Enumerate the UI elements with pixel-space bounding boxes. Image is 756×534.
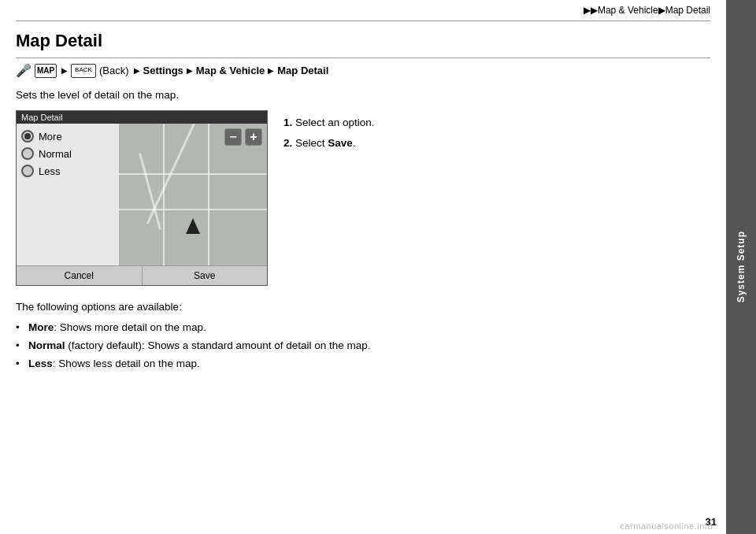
page-title: Map Detail [16,31,710,58]
option-normal[interactable]: Normal [21,147,114,160]
screen-map: − + [119,124,267,265]
sep2-normal: : [142,339,148,351]
page-description: Sets the level of detail on the map. [16,89,710,101]
screen-body: More Normal Less [17,124,267,265]
step-2-num: 2. [284,137,292,149]
term-normal: Normal [28,339,65,351]
nav-path: 🎤 MAP ▶ BACK (Back) ▶ Settings ▶ Map & V… [16,63,710,78]
step-2: 2. Select Save. [284,135,710,151]
nav-arrow-2: ▶ [134,66,140,75]
nav-map-vehicle: Map & Vehicle [196,65,265,76]
breadcrumb-bar: ▶▶Map & Vehicle▶Map Detail [16,0,710,21]
zoom-out-btn[interactable]: − [224,128,242,146]
radio-more[interactable] [21,130,34,143]
nav-arrow-1: ▶ [61,66,68,75]
nav-arrow-3: ▶ [187,66,193,75]
car-indicator [186,218,200,234]
term-less: Less [28,358,53,369]
list-item-normal: Normal (factory default): Shows a standa… [16,338,710,354]
back-icon: BACK [71,64,96,78]
desc-normal: Shows a standard amount of detail on the… [148,339,371,351]
zoom-in-btn[interactable]: + [245,128,262,146]
option-more[interactable]: More [21,130,114,143]
cancel-button[interactable]: Cancel [17,266,143,285]
option-less-label: Less [39,165,60,177]
screen-mockup: Map Detail More Normal Less [16,110,268,286]
save-button[interactable]: Save [143,266,268,285]
map-visual: − + [119,124,267,265]
mic-icon: 🎤 [16,63,32,78]
list-item-more: More: Shows more detail on the map. [16,320,710,336]
option-less[interactable]: Less [21,165,114,177]
radio-normal[interactable] [21,147,34,160]
list-item-less: Less: Shows less detail on the map. [16,356,710,372]
desc-less: Shows less detail on the map. [58,358,199,369]
screen-buttons: Cancel Save [17,265,267,285]
options-list: More: Shows more detail on the map. Norm… [16,320,710,373]
back-label: (Back) [99,65,129,76]
desc-more: Shows more detail on the map. [60,321,206,333]
nav-map-detail: Map Detail [277,65,328,76]
step-1-num: 1. [284,117,292,128]
watermark: carmanualsonline.info [620,521,713,531]
map-controls: − + [224,128,262,146]
step-1: 1. Select an option. [284,115,710,131]
step-1-text: Select an option. [295,117,375,128]
screen-options-panel: More Normal Less [17,124,119,265]
steps-area: 1. Select an option. 2. Select Save. [284,110,710,286]
nav-settings: Settings [143,65,183,76]
options-section: The following options are available: Mor… [16,299,710,373]
sep-more: : [54,321,60,333]
right-sidebar: System Setup [726,0,756,534]
options-intro: The following options are available: [16,299,710,317]
term-more: More [28,321,54,333]
sidebar-label: System Setup [736,231,747,302]
option-normal-label: Normal [39,148,72,160]
step-2-text: Select Save. [295,137,356,149]
option-more-label: More [39,131,62,143]
extra-normal: (factory default) [68,339,142,351]
breadcrumb-text: ▶▶Map & Vehicle▶Map Detail [584,5,710,16]
map-icon: MAP [35,64,57,78]
radio-less[interactable] [21,165,34,177]
nav-arrow-4: ▶ [268,66,274,75]
screen-title: Map Detail [17,111,267,124]
content-area: Map Detail More Normal Less [16,110,710,286]
